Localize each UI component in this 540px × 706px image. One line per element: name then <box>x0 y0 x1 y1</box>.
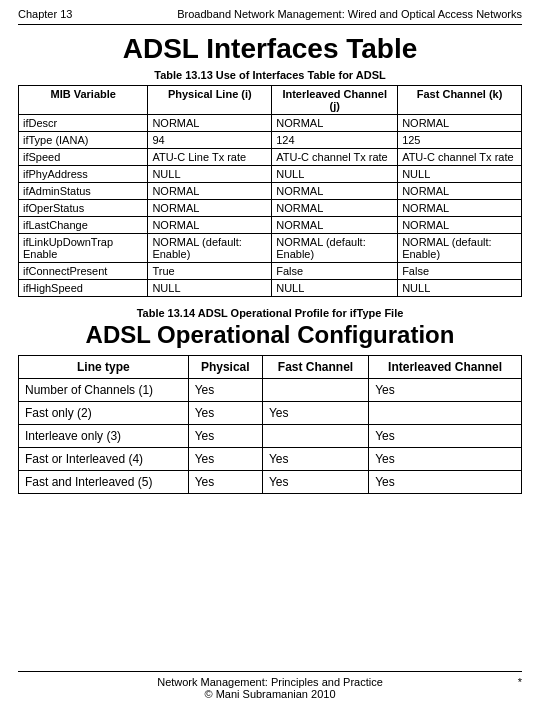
table-row: Number of Channels (1)YesYes <box>19 379 522 402</box>
table-cell: ifAdminStatus <box>19 183 148 200</box>
table-cell: ATU-C channel Tx rate <box>398 149 522 166</box>
table-cell: ifType (IANA) <box>19 132 148 149</box>
op-table-header-row: Line type Physical Fast Channel Interlea… <box>19 356 522 379</box>
table-cell: NORMAL <box>148 217 272 234</box>
footer-line1: Network Management: Principles and Pract… <box>18 676 522 688</box>
table-cell: Yes <box>369 425 522 448</box>
table-cell: Yes <box>369 448 522 471</box>
table-cell: ifDescr <box>19 115 148 132</box>
table-row: ifHighSpeedNULLNULLNULL <box>19 280 522 297</box>
table-cell: ifLinkUpDownTrap Enable <box>19 234 148 263</box>
page: Chapter 13 Broadband Network Management:… <box>0 0 540 706</box>
table-cell: Yes <box>262 471 368 494</box>
table-cell: NORMAL <box>272 115 398 132</box>
table-cell: Yes <box>369 471 522 494</box>
footer-line2: © Mani Subramanian 2010 <box>18 688 522 700</box>
table-row: ifOperStatusNORMALNORMALNORMAL <box>19 200 522 217</box>
table-row: Fast and Interleaved (5)YesYesYes <box>19 471 522 494</box>
mib-col-2: Interleaved Channel (j) <box>272 86 398 115</box>
op-col-2: Fast Channel <box>262 356 368 379</box>
table-cell: NORMAL <box>398 217 522 234</box>
table-cell: ifConnectPresent <box>19 263 148 280</box>
op-table-caption: Table 13.14 ADSL Operational Profile for… <box>18 307 522 319</box>
table-row: Fast or Interleaved (4)YesYesYes <box>19 448 522 471</box>
table-cell: ifPhyAddress <box>19 166 148 183</box>
table-cell: Yes <box>188 425 262 448</box>
table-cell: NULL <box>272 166 398 183</box>
table-row: ifLinkUpDownTrap EnableNORMAL (default: … <box>19 234 522 263</box>
table-cell: Fast or Interleaved (4) <box>19 448 189 471</box>
table-cell: ATU-C Line Tx rate <box>148 149 272 166</box>
footer-asterisk: * <box>518 676 522 688</box>
table-cell: NORMAL (default: Enable) <box>272 234 398 263</box>
table-cell: 124 <box>272 132 398 149</box>
table-row: ifPhyAddressNULLNULLNULL <box>19 166 522 183</box>
table-cell: NORMAL (default: Enable) <box>398 234 522 263</box>
table-cell: NULL <box>398 166 522 183</box>
table-cell: NORMAL <box>148 183 272 200</box>
table-cell: NORMAL <box>272 200 398 217</box>
table-cell: Yes <box>188 402 262 425</box>
table-cell: Fast only (2) <box>19 402 189 425</box>
table-cell: NULL <box>398 280 522 297</box>
table-cell: NORMAL <box>148 200 272 217</box>
table-row: Fast only (2)YesYes <box>19 402 522 425</box>
mib-table: MIB Variable Physical Line (i) Interleav… <box>18 85 522 297</box>
table-cell <box>262 379 368 402</box>
table-row: ifSpeedATU-C Line Tx rateATU-C channel T… <box>19 149 522 166</box>
table-row: Interleave only (3)YesYes <box>19 425 522 448</box>
table-cell: ifHighSpeed <box>19 280 148 297</box>
table-cell: Interleave only (3) <box>19 425 189 448</box>
table-row: ifConnectPresentTrueFalseFalse <box>19 263 522 280</box>
table-row: ifLastChangeNORMALNORMALNORMAL <box>19 217 522 234</box>
table-cell: False <box>272 263 398 280</box>
op-section-title: ADSL Operational Configuration <box>18 321 522 349</box>
table-cell: NORMAL <box>398 183 522 200</box>
table-cell: Yes <box>369 379 522 402</box>
mib-col-3: Fast Channel (k) <box>398 86 522 115</box>
op-col-3: Interleaved Channel <box>369 356 522 379</box>
table-cell: True <box>148 263 272 280</box>
op-col-1: Physical <box>188 356 262 379</box>
op-table: Line type Physical Fast Channel Interlea… <box>18 355 522 494</box>
table-cell: NORMAL <box>272 217 398 234</box>
table-cell: Yes <box>188 448 262 471</box>
mib-col-1: Physical Line (i) <box>148 86 272 115</box>
page-header: Chapter 13 Broadband Network Management:… <box>18 0 522 25</box>
table-row: ifType (IANA)94124125 <box>19 132 522 149</box>
table-row: ifAdminStatusNORMALNORMALNORMAL <box>19 183 522 200</box>
table-cell: NORMAL <box>272 183 398 200</box>
table-cell: 125 <box>398 132 522 149</box>
table-cell: Yes <box>262 448 368 471</box>
table-cell: NULL <box>148 166 272 183</box>
table-cell: ifOperStatus <box>19 200 148 217</box>
table-cell: NULL <box>148 280 272 297</box>
page-title: ADSL Interfaces Table <box>18 33 522 65</box>
table-cell: NORMAL <box>148 115 272 132</box>
table-cell: Yes <box>188 379 262 402</box>
header-title: Broadband Network Management: Wired and … <box>177 8 522 20</box>
table-row: ifDescrNORMALNORMALNORMAL <box>19 115 522 132</box>
table-cell: NULL <box>272 280 398 297</box>
mib-table-caption: Table 13.13 Use of Interfaces Table for … <box>18 69 522 81</box>
mib-col-0: MIB Variable <box>19 86 148 115</box>
mib-table-header-row: MIB Variable Physical Line (i) Interleav… <box>19 86 522 115</box>
table-cell: Yes <box>262 402 368 425</box>
table-cell: 94 <box>148 132 272 149</box>
table-cell: NORMAL <box>398 200 522 217</box>
table-cell <box>262 425 368 448</box>
chapter-label: Chapter 13 <box>18 8 72 20</box>
table-cell <box>369 402 522 425</box>
table-cell: Yes <box>188 471 262 494</box>
table-cell: NORMAL <box>398 115 522 132</box>
footer: * Network Management: Principles and Pra… <box>18 671 522 706</box>
op-col-0: Line type <box>19 356 189 379</box>
table-cell: Number of Channels (1) <box>19 379 189 402</box>
table-cell: Fast and Interleaved (5) <box>19 471 189 494</box>
table-cell: ifLastChange <box>19 217 148 234</box>
table-cell: False <box>398 263 522 280</box>
table-cell: ATU-C channel Tx rate <box>272 149 398 166</box>
table-cell: ifSpeed <box>19 149 148 166</box>
table-cell: NORMAL (default: Enable) <box>148 234 272 263</box>
